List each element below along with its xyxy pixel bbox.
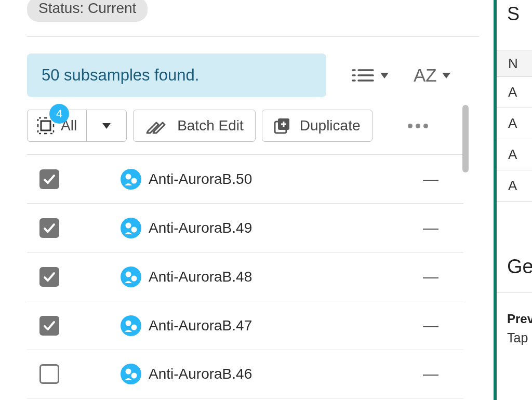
item-name: Anti-AuroraB.49 <box>149 220 252 236</box>
side-prev-label: Prev <box>497 312 532 326</box>
side-table-row[interactable]: A <box>497 139 532 170</box>
select-dropdown-button[interactable] <box>87 110 126 141</box>
duplicate-label: Duplicate <box>300 117 361 134</box>
scrollbar[interactable] <box>462 105 469 396</box>
list-item[interactable]: Anti-AuroraB.50— <box>27 154 463 203</box>
dot-icon <box>423 124 428 128</box>
duplicate-icon <box>274 117 290 134</box>
item-value: — <box>423 219 438 237</box>
check-icon <box>43 172 56 186</box>
subsample-icon <box>121 218 141 238</box>
sort-label: AZ <box>414 65 437 86</box>
svg-rect-6 <box>41 121 50 130</box>
chevron-down-icon <box>380 73 389 78</box>
scrollbar-thumb[interactable] <box>462 105 469 172</box>
svg-point-36 <box>126 369 131 375</box>
batch-edit-label: Batch Edit <box>177 117 244 134</box>
selection-count-badge: 4 <box>49 104 69 124</box>
batch-edit-button[interactable]: Batch Edit <box>133 110 256 142</box>
toolbar: 4 <box>27 110 478 142</box>
item-value: — <box>423 365 438 383</box>
status-chip: Status: Current <box>27 0 148 22</box>
side-panel: S N AAAA Ge Prev Tap <box>497 0 532 400</box>
svg-point-25 <box>131 178 137 183</box>
svg-point-35 <box>121 364 141 384</box>
svg-point-27 <box>126 222 131 228</box>
svg-point-24 <box>126 174 131 179</box>
subsample-icon <box>121 364 141 384</box>
row-checkbox[interactable] <box>39 218 59 238</box>
results-banner: 50 subsamples found. <box>27 54 326 97</box>
svg-point-31 <box>131 275 137 281</box>
svg-point-33 <box>126 320 131 326</box>
dot-icon <box>408 124 413 128</box>
view-mode-button[interactable] <box>351 67 389 84</box>
item-name: Anti-AuroraB.50 <box>149 171 252 188</box>
subsample-icon <box>121 266 141 287</box>
check-icon <box>43 221 56 235</box>
dot-icon <box>416 124 420 128</box>
chevron-down-icon <box>442 73 450 78</box>
side-section-title: Ge <box>497 256 532 278</box>
list-item[interactable]: Anti-AuroraB.46— <box>27 350 463 398</box>
svg-point-28 <box>131 226 137 232</box>
svg-point-26 <box>121 218 141 238</box>
item-name: Anti-AuroraB.47 <box>149 317 252 334</box>
list-item[interactable]: Anti-AuroraB.48— <box>27 252 463 301</box>
chevron-down-icon <box>102 123 111 129</box>
list-item[interactable]: Anti-AuroraB.47— <box>27 301 463 350</box>
side-table-header: N <box>497 50 532 77</box>
check-icon <box>43 270 56 284</box>
subsample-icon <box>121 169 141 190</box>
side-tap-text: Tap <box>497 330 532 345</box>
more-actions-button[interactable] <box>408 124 428 128</box>
side-table-row[interactable]: A <box>497 77 532 108</box>
check-icon <box>43 319 56 332</box>
svg-point-29 <box>121 266 141 287</box>
list-item[interactable]: Anti-AuroraB.49— <box>27 203 463 252</box>
divider <box>497 292 532 293</box>
batch-edit-icon <box>145 117 168 134</box>
divider <box>27 36 479 37</box>
side-table-row[interactable]: A <box>497 170 532 202</box>
item-value: — <box>423 317 438 335</box>
row-checkbox[interactable] <box>39 267 59 287</box>
side-table-row[interactable]: A <box>497 108 532 139</box>
list-view-icon <box>351 67 375 84</box>
subsample-list: Anti-AuroraB.50—Anti-AuroraB.49—Anti-Aur… <box>27 154 463 398</box>
svg-point-30 <box>126 271 131 277</box>
duplicate-button[interactable]: Duplicate <box>262 110 373 142</box>
side-heading: S <box>497 0 532 25</box>
item-value: — <box>423 170 438 188</box>
sort-button[interactable]: AZ <box>414 65 450 86</box>
row-checkbox[interactable] <box>39 364 59 384</box>
subsample-icon <box>121 315 141 336</box>
item-name: Anti-AuroraB.46 <box>149 366 252 382</box>
item-value: — <box>423 268 438 286</box>
svg-point-23 <box>121 169 141 190</box>
svg-point-37 <box>131 373 137 379</box>
item-name: Anti-AuroraB.48 <box>149 269 252 285</box>
row-checkbox[interactable] <box>39 169 59 189</box>
svg-point-34 <box>131 324 137 330</box>
side-table: N AAAA <box>497 50 532 202</box>
row-checkbox[interactable] <box>39 316 59 336</box>
svg-point-32 <box>121 315 141 336</box>
